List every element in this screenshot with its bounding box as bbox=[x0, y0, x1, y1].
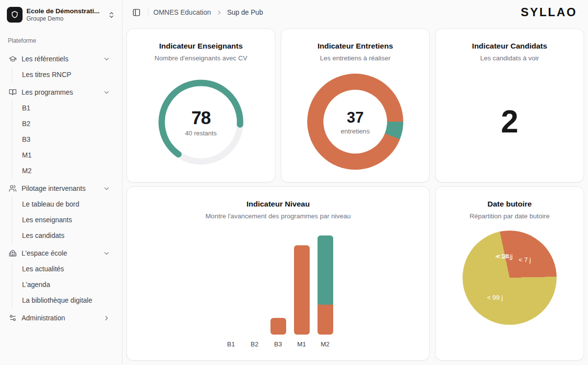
topbar: OMNES Education Sup de Pub SYLLAO bbox=[122, 0, 588, 25]
bar-b1 bbox=[220, 235, 243, 335]
sidebar-item-label: Les programmes bbox=[22, 88, 98, 96]
sidebar: Ecole de Démonstrati... Groupe Demo Plat… bbox=[0, 0, 122, 365]
pie-chart-date-butoire: < 14 j < 24 j < 7 j < 99 j bbox=[463, 231, 557, 325]
bar-m1 bbox=[290, 235, 314, 335]
org-name: Ecole de Démonstrati... bbox=[26, 7, 104, 15]
donut-sublabel: entretiens bbox=[341, 128, 369, 135]
donut-chart-entretiens: 37 entretiens bbox=[307, 74, 403, 170]
donut-center: 37 entretiens bbox=[307, 74, 403, 170]
bar-b3 bbox=[267, 235, 290, 335]
bar-chart-niveau bbox=[220, 235, 337, 335]
panel-left-icon bbox=[132, 8, 141, 17]
sidebar-nav: Les référentiels Les titres RNCP Les pro… bbox=[4, 49, 118, 326]
sidebar-item-m1[interactable]: M1 bbox=[12, 147, 118, 163]
sidebar-item-titres-rncp[interactable]: Les titres RNCP bbox=[12, 67, 118, 82]
card-subtitle: Montre l'avancement des programmes par n… bbox=[135, 212, 421, 220]
main-area: OMNES Education Sup de Pub SYLLAO Indica… bbox=[122, 0, 588, 365]
chevron-right-icon bbox=[216, 9, 222, 16]
sidebar-item-administration[interactable]: Administration bbox=[4, 310, 118, 326]
donut-value: 37 bbox=[347, 109, 364, 127]
card-indicateur-enseignants: Indicateur Enseignants Nombre d'enseigna… bbox=[126, 28, 275, 182]
sidebar-item-candidats[interactable]: Les candidats bbox=[12, 228, 118, 243]
gauge-sublabel: 40 restants bbox=[185, 130, 217, 137]
sidebar-item-label: Les référentiels bbox=[22, 55, 98, 63]
sidebar-item-label: Pilotage intervenants bbox=[22, 184, 98, 192]
sidebar-sublist-pilotage: Le tableau de bord Les enseignants Les c… bbox=[12, 196, 118, 243]
chevron-right-icon bbox=[103, 314, 110, 322]
sidebar-item-pilotage[interactable]: Pilotage intervenants bbox=[4, 181, 118, 196]
card-subtitle: Les entretiens à réaliser bbox=[289, 54, 421, 62]
app-root: Ecole de Démonstrati... Groupe Demo Plat… bbox=[0, 0, 588, 365]
sidebar-item-bibliotheque[interactable]: La bibliothèque digitale bbox=[12, 292, 118, 308]
pie-label-24j: < 24 j bbox=[497, 253, 513, 260]
card-title: Indicateur Enseignants bbox=[135, 42, 267, 51]
sidebar-item-tableau-de-bord[interactable]: Le tableau de bord bbox=[12, 196, 118, 212]
x-tick-b1: B1 bbox=[220, 340, 243, 348]
bar-m2 bbox=[314, 235, 337, 335]
card-subtitle: Nombre d'enseignants avec CV bbox=[135, 54, 267, 62]
sidebar-sublist-referentiels: Les titres RNCP bbox=[12, 67, 118, 82]
chevron-down-icon bbox=[103, 89, 110, 96]
org-group: Groupe Demo bbox=[26, 15, 104, 22]
school-icon bbox=[9, 249, 17, 257]
sidebar-item-m2[interactable]: M2 bbox=[12, 163, 118, 179]
sidebar-toggle-button[interactable] bbox=[129, 5, 143, 19]
org-logo bbox=[7, 7, 23, 23]
org-switcher[interactable]: Ecole de Démonstrati... Groupe Demo bbox=[4, 5, 118, 25]
card-subtitle: Répartition par date butoire bbox=[443, 212, 576, 220]
card-indicateur-niveau: Indicateur Niveau Montre l'avancement de… bbox=[126, 186, 430, 361]
sidebar-sublist-programmes: B1 B2 B3 M1 M2 bbox=[12, 100, 118, 179]
sidebar-item-programmes[interactable]: Les programmes bbox=[4, 84, 118, 100]
sidebar-item-b2[interactable]: B2 bbox=[12, 116, 118, 131]
sidebar-item-agenda[interactable]: L'agenda bbox=[12, 277, 118, 292]
card-indicateur-candidats: Indicateur Candidats Les candidats à voi… bbox=[435, 28, 584, 182]
dashboard-grid: Indicateur Enseignants Nombre d'enseigna… bbox=[122, 25, 588, 365]
chevron-down-icon bbox=[103, 55, 110, 63]
gauge-value: 78 bbox=[191, 108, 210, 129]
sidebar-sublist-espace-ecole: Les actualités L'agenda La bibliothèque … bbox=[12, 261, 118, 308]
chevron-down-icon bbox=[103, 185, 110, 192]
app-logo: SYLLAO bbox=[521, 5, 577, 19]
x-tick-b3: B3 bbox=[267, 340, 290, 348]
chevron-down-icon bbox=[103, 250, 110, 257]
x-tick-m2: M2 bbox=[314, 340, 337, 348]
sidebar-item-b3[interactable]: B3 bbox=[12, 131, 118, 147]
sidebar-item-actualites[interactable]: Les actualités bbox=[12, 261, 118, 277]
shield-icon bbox=[10, 10, 19, 19]
sliders-icon bbox=[9, 314, 17, 322]
card-indicateur-entretiens: Indicateur Entretiens Les entretiens à r… bbox=[281, 28, 430, 182]
sidebar-item-label: L'espace école bbox=[22, 249, 98, 257]
card-title: Date butoire bbox=[443, 200, 576, 209]
graduation-cap-icon bbox=[9, 55, 17, 63]
card-date-butoire: Date butoire Répartition par date butoir… bbox=[435, 186, 584, 361]
x-tick-m1: M1 bbox=[290, 340, 314, 348]
card-title: Indicateur Candidats bbox=[443, 42, 576, 51]
breadcrumb: OMNES Education Sup de Pub bbox=[153, 8, 263, 16]
users-icon bbox=[9, 184, 17, 192]
breadcrumb-parent[interactable]: OMNES Education bbox=[153, 8, 211, 16]
sidebar-item-b1[interactable]: B1 bbox=[12, 100, 118, 116]
book-open-icon bbox=[9, 88, 17, 96]
topbar-divider bbox=[148, 8, 148, 16]
sidebar-item-referentiels[interactable]: Les référentiels bbox=[4, 51, 118, 67]
breadcrumb-current: Sup de Pub bbox=[227, 8, 263, 16]
bar-b2 bbox=[243, 235, 267, 335]
pie-label-99j: < 99 j bbox=[487, 294, 503, 301]
card-title: Indicateur Niveau bbox=[135, 200, 421, 209]
card-subtitle: Les candidats à voir bbox=[443, 54, 576, 62]
card-title: Indicateur Entretiens bbox=[289, 42, 421, 51]
sidebar-section-label: Plateforme bbox=[4, 37, 118, 44]
gauge-center: 78 40 restants bbox=[155, 77, 246, 168]
chevrons-up-down-icon bbox=[108, 11, 115, 19]
sidebar-item-label: Administration bbox=[22, 314, 98, 322]
pie-label-7j: < 7 j bbox=[519, 256, 531, 263]
org-text: Ecole de Démonstrati... Groupe Demo bbox=[26, 7, 104, 22]
sidebar-item-espace-ecole[interactable]: L'espace école bbox=[4, 245, 118, 261]
gauge-chart-enseignants: 78 40 restants bbox=[155, 77, 246, 168]
x-tick-b2: B2 bbox=[243, 340, 267, 348]
candidats-count: 2 bbox=[436, 104, 584, 140]
bar-chart-x-axis: B1 B2 B3 M1 M2 bbox=[220, 340, 337, 348]
sidebar-item-enseignants[interactable]: Les enseignants bbox=[12, 212, 118, 228]
